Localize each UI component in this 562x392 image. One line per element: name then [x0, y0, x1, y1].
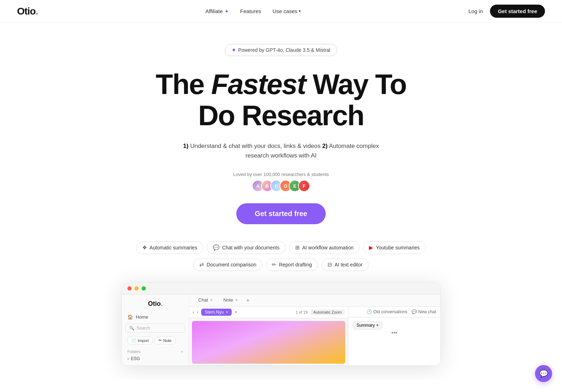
pill-ai-text-editor[interactable]: ⊟ AI text editor — [321, 258, 369, 271]
chat-widget[interactable]: 💬 — [535, 365, 552, 380]
forward-icon[interactable]: › — [197, 310, 198, 315]
pill-report-drafting[interactable]: ✏ Report drafting — [266, 258, 318, 271]
hero-title: The Fastest Way To Do Research — [156, 69, 406, 131]
doc-tab-close[interactable]: × — [226, 310, 228, 315]
add-doc-tab-button[interactable]: + — [235, 310, 237, 315]
gem-icon: ✦ — [225, 9, 229, 14]
get-started-nav-button[interactable]: Get started free — [490, 5, 545, 18]
note-button[interactable]: ✏ Note — [155, 336, 175, 344]
logo-text: Otio — [17, 6, 35, 17]
pill-chat-documents[interactable]: 💬 Chat with your documents — [207, 241, 286, 254]
search-placeholder: Search — [137, 326, 150, 331]
chat-tab-close[interactable]: × — [210, 298, 213, 303]
powered-badge: ✦ Powered by GPT-4o, Claude 3.5 & Mistra… — [225, 44, 337, 56]
use-cases-link[interactable]: Use cases ▾ — [272, 8, 301, 14]
more-options-button[interactable]: ••• — [391, 330, 397, 336]
doc-tab-active[interactable]: Stern.Nyu × — [201, 309, 232, 316]
doc-tab-label: Stern.Nyu — [205, 310, 224, 315]
subtitle-text1: Understand & chat with your docs, links … — [188, 143, 322, 149]
app-content: ‹ › Stern.Nyu × + 1 of 19 Automatic Zoom — [189, 307, 440, 365]
login-button[interactable]: Log in — [468, 8, 483, 14]
page-info: 1 of 19 — [296, 310, 308, 314]
folders-section-label: Folders + — [122, 347, 189, 354]
old-conversations-label: Old conversations — [373, 309, 407, 314]
title-part2: Way To — [305, 68, 406, 100]
folder-policy-change[interactable]: › Policy Change — [122, 363, 189, 366]
tab-chat[interactable]: Chat × — [193, 294, 217, 306]
doc-viewer: ‹ › Stern.Nyu × + 1 of 19 Automatic Zoom — [189, 307, 348, 365]
old-conversations-link[interactable]: 🕐 Old conversations — [367, 309, 407, 314]
chat-documents-label: Chat with your documents — [222, 245, 280, 250]
pills-row-1: ❖ Automatic summaries 💬 Chat with your d… — [136, 241, 425, 254]
note-tab-label: Note — [223, 297, 233, 303]
dot-green — [142, 286, 146, 291]
automatic-summaries-icon: ❖ — [142, 244, 147, 251]
automatic-summaries-label: Automatic summaries — [149, 245, 197, 250]
search-icon: 🔍 — [129, 326, 134, 331]
app-body: Otio. 🏠 Home 🔍 Search 📄 Import ✏ — [122, 294, 440, 365]
app-preview-wrapper: Otio. 🏠 Home 🔍 Search 📄 Import ✏ — [121, 282, 441, 366]
note-tab-close[interactable]: × — [235, 298, 238, 303]
summary-button[interactable]: Summary + — [353, 321, 382, 330]
logo[interactable]: Otio. — [17, 6, 38, 17]
chevron-right-icon: › — [127, 356, 129, 361]
pill-document-comparison[interactable]: ⇄ Document comparison — [193, 258, 262, 271]
clock-icon: 🕐 — [367, 309, 372, 314]
ai-text-editor-icon: ⊟ — [327, 261, 332, 268]
folder-policy-label: Policy Change — [131, 365, 158, 366]
social-proof: Loved by over 100,000 researchers & stud… — [233, 172, 329, 192]
app-logo: Otio. — [122, 299, 189, 312]
document-comparison-label: Document comparison — [206, 262, 256, 267]
note-label: Note — [163, 338, 171, 343]
new-chat-label: New chat — [418, 309, 436, 314]
avatar-6: F — [298, 180, 310, 192]
plus-icon: ✦ — [232, 47, 236, 53]
youtube-summaries-label: Youtube summaries — [376, 245, 419, 250]
pill-ai-workflow[interactable]: ⊞ AI workflow automation — [289, 241, 360, 254]
summary-label: Summary — [357, 323, 375, 328]
ai-workflow-label: AI workflow automation — [302, 245, 354, 250]
back-icon[interactable]: ‹ — [193, 310, 194, 315]
folder-esg-label: ESG — [131, 356, 140, 361]
app-logo-dot: . — [161, 300, 162, 307]
chat-panel-header: 🕐 Old conversations 💬 New chat — [348, 307, 440, 318]
folder-esg[interactable]: › ESG — [122, 354, 189, 363]
import-button[interactable]: 📄 Import — [127, 336, 153, 344]
report-drafting-icon: ✏ — [272, 261, 276, 268]
new-chat-link[interactable]: 💬 New chat — [412, 309, 436, 314]
summary-section: Summary + ••• — [348, 318, 440, 339]
nav-right: Log in Get started free — [468, 5, 545, 18]
ai-workflow-icon: ⊞ — [295, 244, 300, 251]
youtube-icon: ▶ — [369, 244, 373, 251]
use-cases-label: Use cases — [272, 8, 297, 14]
summary-plus-icon: + — [376, 323, 379, 328]
hero-section: ✦ Powered by GPT-4o, Claude 3.5 & Mistra… — [0, 23, 562, 380]
import-icon: 📄 — [131, 338, 136, 343]
sidebar-actions-row: 📄 Import ✏ Note — [122, 334, 189, 347]
title-italic: Fastest — [211, 68, 305, 100]
app-tabs: Chat × Note × + — [189, 294, 440, 307]
document-comparison-icon: ⇄ — [199, 261, 204, 268]
affiliate-link[interactable]: Affiliate ✦ — [205, 8, 229, 14]
get-started-hero-button[interactable]: Get started free — [236, 203, 326, 224]
sidebar-home-item[interactable]: 🏠 Home — [122, 312, 189, 322]
sidebar-search[interactable]: 🔍 Search — [125, 324, 185, 333]
add-tab-button[interactable]: + — [243, 295, 252, 306]
home-label: Home — [136, 314, 148, 320]
feature-pills-container: ❖ Automatic summaries 💬 Chat with your d… — [136, 241, 425, 271]
app-titlebar — [122, 283, 440, 294]
tab-note[interactable]: Note × — [218, 294, 242, 306]
pill-youtube-summaries[interactable]: ▶ Youtube summaries — [363, 241, 425, 254]
features-link[interactable]: Features — [240, 8, 261, 14]
folders-label: Folders — [127, 349, 140, 354]
title-part1: The — [156, 68, 211, 100]
affiliate-label: Affiliate — [205, 8, 223, 14]
chat-tab-label: Chat — [198, 297, 208, 303]
chat-widget-icon: 💬 — [539, 369, 548, 378]
doc-page-preview — [192, 321, 345, 364]
app-main: Chat × Note × + ‹ › — [189, 294, 440, 365]
social-proof-text: Loved by over 100,000 researchers & stud… — [233, 172, 329, 177]
zoom-label: Automatic Zoom — [310, 309, 345, 315]
pill-automatic-summaries[interactable]: ❖ Automatic summaries — [136, 241, 203, 254]
add-folder-icon[interactable]: + — [181, 349, 183, 354]
